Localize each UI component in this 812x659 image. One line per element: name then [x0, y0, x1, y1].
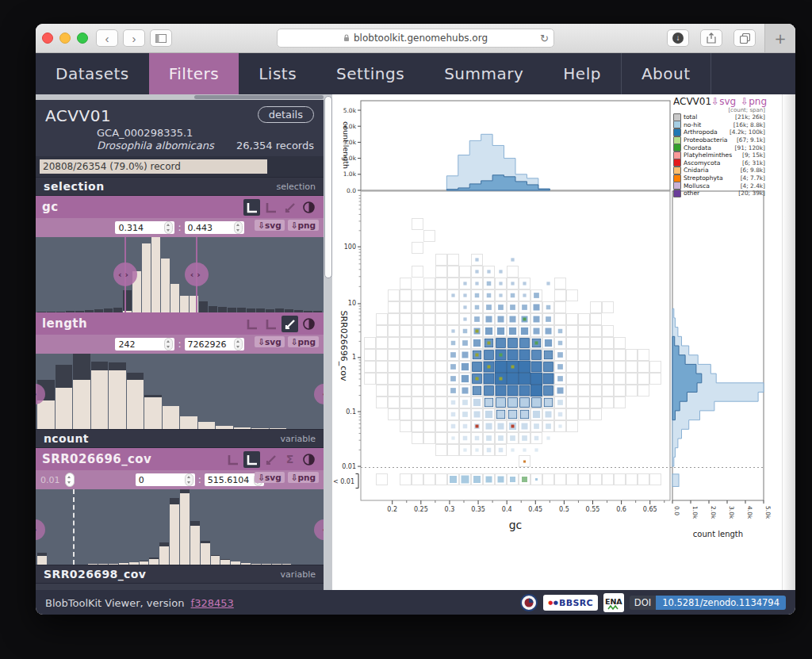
range-handle[interactable]: ‹› [185, 262, 209, 286]
tab-overview-button[interactable] [733, 29, 756, 47]
plot-legend: ACVV01 ⇩svg ⇩png [count; span] total[21k… [673, 96, 765, 197]
stepper-icon[interactable] [164, 338, 173, 351]
close-window-button[interactable] [42, 33, 53, 44]
stepper-icon[interactable] [185, 473, 193, 486]
minimize-window-button[interactable] [59, 33, 71, 44]
back-button[interactable]: ‹ [96, 29, 118, 47]
stepper-icon[interactable] [234, 338, 243, 351]
linear-scale-icon[interactable] [243, 316, 260, 332]
legend-entry[interactable]: Platyhelminthes[9; 15k] [673, 151, 765, 159]
legend-entry[interactable]: Proteobacteria[67; 9.1k] [673, 136, 765, 144]
gc-download-svg-button[interactable]: ⇩svg [255, 220, 284, 231]
cov-threshold-value: 0.01 [40, 475, 60, 485]
svg-text:0.25: 0.25 [414, 506, 428, 513]
length-panel-header: length [36, 312, 324, 335]
legend-entry[interactable]: total[21k; 26k] [673, 113, 765, 121]
log-scale-icon[interactable] [262, 316, 279, 332]
filter-row-cov2[interactable]: SRR026698_cov variable [36, 565, 324, 584]
legend-entry[interactable]: Arthropoda[4.2k; 100k] [673, 128, 765, 136]
length-histogram[interactable]: ›‹ [36, 354, 324, 429]
legend-entry[interactable]: Streptophyta[4; 7.7k] [673, 174, 765, 182]
linear-scale-icon[interactable] [224, 451, 241, 468]
nav-item-summary[interactable]: Summary [424, 53, 543, 94]
zoom-window-button[interactable] [77, 33, 88, 44]
cov-threshold-stepper[interactable] [65, 473, 75, 487]
svg-text:< 0.01: < 0.01 [333, 478, 354, 485]
gc-max-input[interactable] [185, 223, 234, 233]
downloads-button[interactable]: ↓ [667, 29, 689, 47]
sidebar-horizontal-scrollbar[interactable] [36, 94, 324, 100]
nav-item-filters[interactable]: Filters [149, 53, 239, 94]
sqrt-scale-icon[interactable] [282, 199, 298, 216]
sum-icon[interactable]: Σ [282, 451, 298, 468]
share-button[interactable] [700, 29, 722, 47]
legend-entry[interactable]: Cnidaria[6; 9.8k] [673, 167, 765, 174]
length-download-svg-button[interactable]: ⇩svg [255, 336, 284, 347]
nav-item-about[interactable]: About [621, 53, 711, 94]
new-tab-button[interactable]: + [764, 24, 795, 52]
stepper-icon[interactable] [234, 221, 243, 234]
version-link[interactable]: f328453 [191, 597, 234, 609]
svg-text:2.0k: 2.0k [710, 506, 717, 519]
invert-selection-icon[interactable] [301, 451, 317, 468]
cov-max-input[interactable] [205, 475, 254, 485]
footer-version: BlobToolKit Viewer, version f328453 [45, 597, 234, 609]
legend-entry[interactable]: Chordata[91; 120k] [673, 144, 765, 151]
linear-scale-icon[interactable] [243, 199, 260, 216]
scrollbar-thumb[interactable] [324, 96, 332, 278]
sqrt-scale-icon[interactable] [262, 451, 279, 468]
sqrt-scale-icon[interactable] [282, 316, 298, 332]
legend-entry[interactable]: other[20; 39k] [673, 190, 765, 197]
scrollbar-thumb[interactable] [194, 95, 324, 99]
plot-download-svg-button[interactable]: ⇩svg [711, 96, 736, 107]
doi-badge[interactable]: DOI 10.5281/zenodo.1134794 [630, 596, 786, 610]
gc-histogram[interactable]: ‹›‹› [36, 237, 324, 312]
forward-button[interactable]: › [123, 29, 145, 47]
legend-swatch [673, 128, 681, 136]
url-bar[interactable]: blobtoolkit.genomehubs.org ↻ [277, 29, 554, 48]
svg-text:0.35: 0.35 [471, 506, 485, 513]
length-max-input[interactable] [185, 339, 234, 350]
length-min-input[interactable] [115, 339, 164, 350]
doi-value: 10.5281/zenodo.1134794 [656, 596, 786, 610]
ena-logo[interactable]: ENA [603, 593, 624, 612]
legend-entry[interactable]: Ascomycota[6; 31k] [673, 159, 765, 167]
details-button[interactable]: details [258, 106, 314, 123]
nav-item-settings[interactable]: Settings [316, 53, 424, 94]
log-scale-icon[interactable] [243, 451, 260, 468]
bbsrc-logo[interactable]: ●●BBSRC [543, 595, 598, 611]
stepper-icon[interactable] [164, 221, 173, 234]
nav-item-help[interactable]: Help [543, 53, 621, 94]
log-scale-icon[interactable] [262, 199, 279, 216]
selection-progress-bar: 20808/26354 (79.0%) record [40, 159, 267, 174]
sidebar-toggle-button[interactable] [150, 29, 172, 47]
invert-selection-icon[interactable] [301, 316, 317, 332]
legend-value: [91; 120k] [735, 144, 765, 151]
cov-download-png-button[interactable]: ⇩png [288, 472, 319, 483]
svg-text:0.0: 0.0 [347, 187, 356, 194]
range-handle[interactable]: ‹› [113, 262, 137, 286]
nav-item-datasets[interactable]: Datasets [36, 53, 149, 94]
legend-entry[interactable]: no-hit[16k; 8.8k] [673, 121, 765, 129]
length-download-png-button[interactable]: ⇩png [288, 336, 319, 347]
sidebar-scrollbar[interactable] [324, 94, 332, 590]
svg-text:0.3: 0.3 [445, 506, 455, 513]
legend-entry[interactable]: Mollusca[4; 2.4k] [673, 182, 765, 190]
cov-histogram[interactable]: ›‹ [36, 489, 324, 565]
filter-row-ncount[interactable]: ncount variable [36, 429, 324, 448]
svg-text:count length: count length [693, 530, 743, 538]
gc-min-input[interactable] [115, 223, 164, 233]
invert-selection-icon[interactable] [301, 199, 317, 216]
nav-item-lists[interactable]: Lists [239, 53, 316, 94]
cov-download-svg-button[interactable]: ⇩svg [255, 472, 284, 483]
plot-download-png-button[interactable]: ⇩png [741, 96, 767, 107]
sanger-crest-icon[interactable] [520, 594, 538, 611]
filter-panel-cov: SRR026696_cov Σ 0.01 : ⇩svg [36, 448, 324, 565]
url-text: blobtoolkit.genomehubs.org [354, 33, 488, 44]
svg-text:0.0: 0.0 [673, 506, 680, 515]
browser-toolbar: ‹ › blobtoolkit.genomehubs.org ↻ ↓ + [36, 24, 795, 53]
cov-min-input[interactable] [136, 475, 185, 485]
reload-icon[interactable]: ↻ [540, 33, 549, 44]
legend-label: Arthropoda [684, 128, 730, 136]
gc-download-png-button[interactable]: ⇩png [288, 220, 319, 231]
